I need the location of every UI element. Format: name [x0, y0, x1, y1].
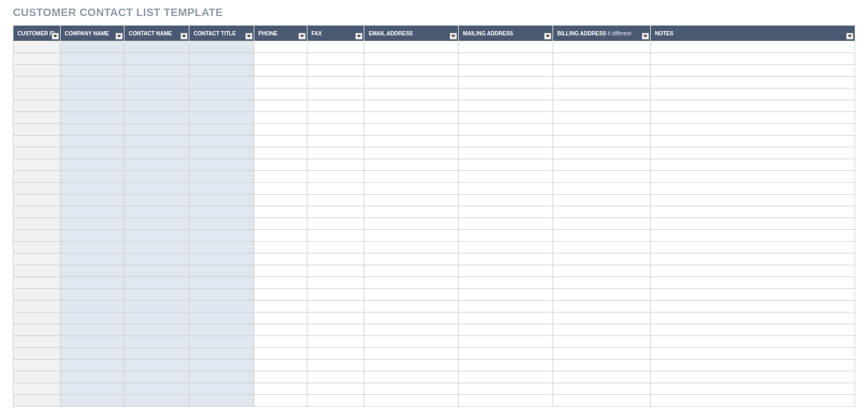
cell[interactable]	[189, 289, 254, 301]
cell[interactable]	[124, 324, 189, 336]
cell[interactable]	[650, 88, 855, 100]
cell[interactable]	[189, 383, 254, 395]
cell[interactable]	[307, 242, 364, 253]
cell[interactable]	[553, 348, 650, 360]
cell[interactable]	[307, 312, 364, 324]
filter-dropdown-icon[interactable]	[355, 33, 363, 40]
cell[interactable]	[189, 147, 254, 159]
cell[interactable]	[650, 195, 855, 206]
cell[interactable]	[189, 159, 254, 171]
cell[interactable]	[124, 100, 189, 112]
cell[interactable]	[189, 41, 254, 53]
cell[interactable]	[254, 253, 307, 265]
cell[interactable]	[650, 395, 855, 407]
cell[interactable]	[124, 41, 189, 53]
cell[interactable]	[553, 253, 650, 265]
cell[interactable]	[254, 206, 307, 218]
cell[interactable]	[254, 383, 307, 395]
cell[interactable]	[650, 100, 855, 112]
cell[interactable]	[124, 159, 189, 171]
cell[interactable]	[124, 301, 189, 312]
cell[interactable]	[13, 183, 61, 195]
cell[interactable]	[364, 218, 459, 230]
cell[interactable]	[650, 371, 855, 383]
cell[interactable]	[650, 312, 855, 324]
cell[interactable]	[254, 336, 307, 348]
cell[interactable]	[307, 100, 364, 112]
cell[interactable]	[553, 336, 650, 348]
cell[interactable]	[307, 324, 364, 336]
cell[interactable]	[458, 206, 553, 218]
cell[interactable]	[13, 312, 61, 324]
cell[interactable]	[189, 195, 254, 206]
cell[interactable]	[307, 77, 364, 88]
cell[interactable]	[307, 336, 364, 348]
cell[interactable]	[364, 230, 459, 242]
cell[interactable]	[60, 360, 124, 371]
cell[interactable]	[364, 265, 459, 277]
cell[interactable]	[458, 265, 553, 277]
cell[interactable]	[60, 289, 124, 301]
cell[interactable]	[553, 41, 650, 53]
cell[interactable]	[650, 348, 855, 360]
cell[interactable]	[13, 206, 61, 218]
cell[interactable]	[60, 301, 124, 312]
cell[interactable]	[553, 324, 650, 336]
cell[interactable]	[189, 53, 254, 65]
cell[interactable]	[254, 159, 307, 171]
cell[interactable]	[13, 230, 61, 242]
cell[interactable]	[13, 265, 61, 277]
cell[interactable]	[650, 183, 855, 195]
filter-dropdown-icon[interactable]	[846, 33, 854, 40]
cell[interactable]	[254, 41, 307, 53]
cell[interactable]	[307, 371, 364, 383]
cell[interactable]	[364, 242, 459, 253]
cell[interactable]	[364, 383, 459, 395]
filter-dropdown-icon[interactable]	[115, 33, 123, 40]
cell[interactable]	[189, 336, 254, 348]
cell[interactable]	[553, 383, 650, 395]
cell[interactable]	[364, 147, 459, 159]
cell[interactable]	[60, 41, 124, 53]
cell[interactable]	[650, 265, 855, 277]
cell[interactable]	[124, 112, 189, 124]
cell[interactable]	[60, 383, 124, 395]
cell[interactable]	[458, 88, 553, 100]
cell[interactable]	[60, 147, 124, 159]
cell[interactable]	[60, 53, 124, 65]
cell[interactable]	[124, 360, 189, 371]
cell[interactable]	[60, 183, 124, 195]
cell[interactable]	[124, 124, 189, 136]
cell[interactable]	[254, 100, 307, 112]
cell[interactable]	[364, 159, 459, 171]
cell[interactable]	[650, 230, 855, 242]
cell[interactable]	[458, 371, 553, 383]
cell[interactable]	[307, 277, 364, 289]
cell[interactable]	[13, 124, 61, 136]
cell[interactable]	[60, 312, 124, 324]
cell[interactable]	[13, 336, 61, 348]
cell[interactable]	[124, 136, 189, 147]
cell[interactable]	[364, 65, 459, 77]
cell[interactable]	[650, 112, 855, 124]
cell[interactable]	[458, 383, 553, 395]
cell[interactable]	[254, 360, 307, 371]
filter-dropdown-icon[interactable]	[52, 33, 59, 40]
cell[interactable]	[124, 277, 189, 289]
cell[interactable]	[60, 230, 124, 242]
cell[interactable]	[364, 371, 459, 383]
cell[interactable]	[458, 253, 553, 265]
cell[interactable]	[60, 136, 124, 147]
cell[interactable]	[13, 159, 61, 171]
cell[interactable]	[60, 277, 124, 289]
cell[interactable]	[650, 324, 855, 336]
cell[interactable]	[307, 265, 364, 277]
cell[interactable]	[13, 77, 61, 88]
cell[interactable]	[254, 242, 307, 253]
cell[interactable]	[307, 206, 364, 218]
cell[interactable]	[307, 289, 364, 301]
cell[interactable]	[124, 336, 189, 348]
cell[interactable]	[553, 371, 650, 383]
cell[interactable]	[458, 348, 553, 360]
cell[interactable]	[553, 277, 650, 289]
